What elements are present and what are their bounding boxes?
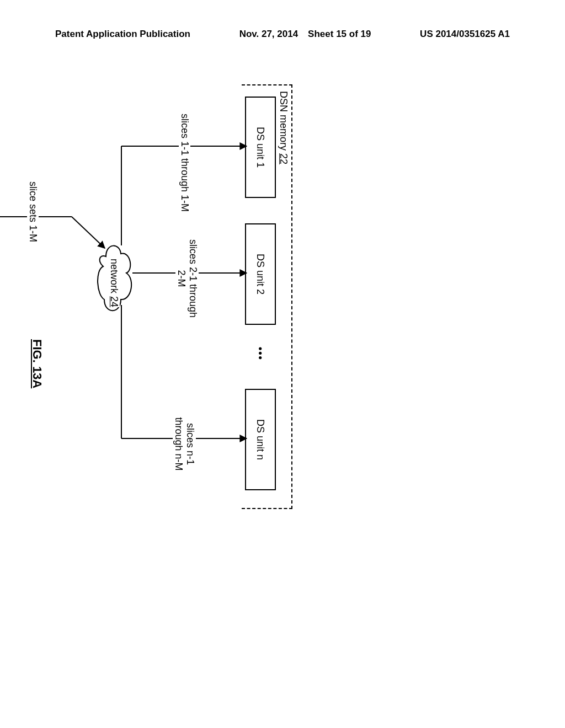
slices-1-label: slices 1-1 through 1-M: [179, 108, 190, 218]
header-date: Nov. 27, 2014: [239, 29, 298, 40]
figure-13a: DSN memory 22 DS unit 1 DS unit 2 ••• DS…: [55, 99, 508, 612]
slice-sets-out-label: slice sets 1-M: [27, 181, 39, 242]
slices-n-label: slices n-1 through n-M: [173, 400, 196, 488]
page-header: Patent Application Publication Nov. 27, …: [55, 29, 510, 40]
figure-label: FIG. 13A: [30, 339, 44, 388]
header-pubnum: US 2014/0351625 A1: [420, 29, 510, 40]
header-sheet: Sheet 15 of 19: [308, 29, 371, 40]
diagram-arrows: [0, 69, 281, 582]
header-left: Patent Application Publication: [55, 29, 190, 40]
network-cloud: network 24: [90, 240, 136, 317]
slices-2-label: slices 2-1 through 2-M: [175, 234, 199, 323]
network-label: network 24: [108, 259, 120, 307]
